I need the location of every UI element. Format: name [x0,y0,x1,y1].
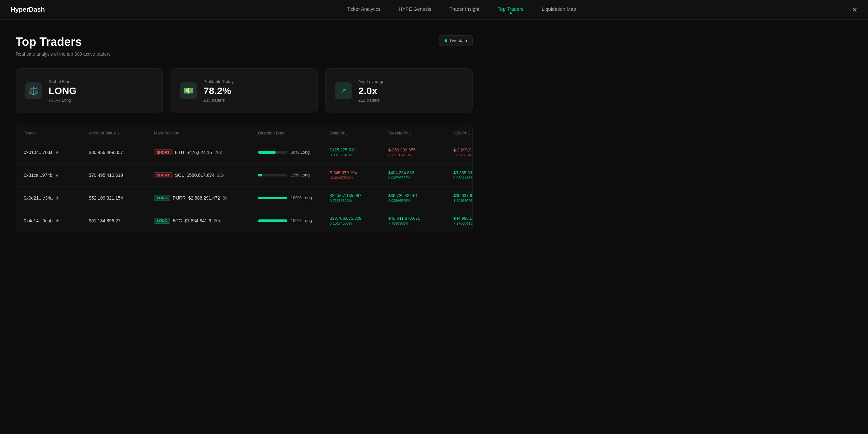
position-badge: LONG [154,218,170,224]
position-cell: LONG PURR $2,888,291.472 3x [154,195,258,201]
star-icon[interactable]: ★ [55,150,60,155]
bias-bar-fill [258,197,287,199]
daily-pnl-col: $-345,379.194 -0.00487543% [330,170,388,180]
th-weekly-pnl: Weekly PnL [388,130,453,135]
nav-top-traders[interactable]: Top Traders [498,6,523,13]
position-cell: SHORT ETH $476,624.15 20x [154,150,258,155]
th-direction-bias: Direction Bias [258,130,330,135]
position-token: SOL [175,173,184,178]
position-leverage: 3x [223,195,227,200]
th-30d-pnl: 30D PnL [453,130,472,135]
trader-addr-text: 0x4e14...0eab [24,218,53,223]
weekly-pnl-pct: 7.7596988% [388,221,453,225]
weekly-pnl-col: $36,726,424.61 2.00566549% [388,193,453,203]
bias-bar-bg [258,197,287,199]
table-row: 0x4e14...0eab ★ $51,184,896.27 LONG BTC … [16,209,472,232]
position-badge: LONG [154,195,170,201]
position-leverage: 20x [217,173,224,178]
money-icon: 💵 [180,82,197,99]
nav-hype-genesis[interactable]: HYPE Genesis [399,6,431,13]
daily-pnl-pct: 0.00155948% [330,153,388,157]
nav-liquidation-map[interactable]: Liquidation Map [541,6,576,13]
bias-bar-fill [258,174,262,177]
trader-addr-text: 0x0d21...e34a [24,195,53,200]
position-cell: SHORT SOL $580,617.674 20x [154,172,258,178]
30d-pnl-col: $30,037,993.89 1.20153073% [453,193,472,203]
30d-pnl-pct: 7.27068413% [453,221,472,225]
stat-label-profitable: Profitable Today [204,79,308,84]
bias-bar-fill [258,219,287,222]
direction-label: 100% Long [291,195,312,200]
stat-value-global-bias: LONG [49,85,153,96]
page-title-section: Top Traders Real-time analysis of the to… [16,35,111,57]
weekly-pnl-pct: 0.00576727% [388,176,453,180]
30d-pnl-col: $3,385,336.43 0.05044453% [453,170,472,180]
stat-label-global-bias: Global Bias [49,79,153,84]
x-icon[interactable]: ✕ [852,6,858,14]
nav-ticker-analytics[interactable]: Ticker Analytics [347,6,380,13]
th-daily-pnl: Daily PnL [330,130,388,135]
position-price: $476,624.15 [187,150,212,155]
direction-cell: 100% Long [258,218,330,223]
daily-pnl-col: $125,275.533 0.00155948% [330,148,388,157]
weekly-pnl: $404,234.882 [388,170,453,175]
page-header: Top Traders Real-time analysis of the to… [16,35,472,57]
direction-label: 100% Long [291,218,312,223]
table-header: Trader Account Value ↓ Main Position Dir… [16,125,472,141]
position-price: $1,854,841.6 [185,218,211,223]
stat-sub-leverage: 212 traders [358,98,463,102]
navbar: HyperDash Ticker Analytics HYPE Genesis … [0,0,868,20]
stat-value-profitable: 78.2% [204,85,308,96]
star-icon[interactable]: ★ [55,173,59,178]
bias-bar-bg [258,219,287,222]
position-leverage: 20x [215,150,222,155]
trader-address: 0x4e14...0eab ★ [24,218,89,223]
direction-cell: 13% Long [258,173,330,178]
th-main-position: Main Position [154,130,258,135]
nav-trader-insight[interactable]: Trader Insight [450,6,479,13]
nav-right: ✕ [852,6,858,14]
30d-pnl-pct: -0.02779142% [453,153,472,157]
stat-info-leverage: Avg Leverage 2.0x 212 traders [358,79,463,102]
live-data-label: Live data [450,38,467,43]
page-title: Top Traders [16,35,111,49]
bias-bar-bg [258,151,287,154]
bias-bar-bg [258,174,287,177]
weekly-pnl: $36,726,424.61 [388,193,453,198]
th-account-value[interactable]: Account Value ↓ [89,130,154,135]
daily-pnl: $-345,379.194 [330,170,388,175]
logo[interactable]: HyperDash [10,6,45,13]
position-leverage: 20x [214,218,221,223]
30d-pnl: $-2,299,916.01 [453,148,472,152]
position-token: BTC [173,218,182,223]
stat-card-profitable: 💵 Profitable Today 78.2% 233 traders [170,68,318,113]
weekly-pnl-pct: -0.00317463% [388,153,453,157]
weekly-pnl: $-256,232.655 [388,148,453,152]
page-content: Top Traders Real-time analysis of the to… [0,20,488,243]
daily-pnl: $38,706,071.309 [330,216,388,221]
table-row: 0x31ca...974b ★ $70,495,410.619 SHORT SO… [16,164,472,187]
trader-addr-text: 0x0104...703a [24,150,53,155]
weekly-pnl-col: $45,341,670.671 7.7596988% [388,216,453,225]
daily-pnl-pct: 3.10174006% [330,221,388,225]
weekly-pnl-pct: 2.00566549% [388,198,453,203]
trader-address: 0x0104...703a ★ [24,150,89,155]
stat-value-leverage: 2.0x [358,85,463,96]
30d-pnl-col: $-2,299,916.01 -0.02779142% [453,148,472,157]
star-icon[interactable]: ★ [55,218,60,223]
30d-pnl: $3,385,336.43 [453,170,472,175]
weekly-pnl-col: $-256,232.655 -0.00317463% [388,148,453,157]
weekly-pnl: $45,341,670.671 [388,216,453,221]
account-value: $52,109,321.154 [89,195,154,200]
star-icon[interactable]: ★ [55,195,60,200]
table-row: 0x0d21...e34a ★ $52,109,321.154 LONG PUR… [16,187,472,209]
trend-up-icon: ↗ [335,82,352,99]
stat-cards: ⚖️ Global Bias LONG 70.8% Long 💵 Profita… [16,68,472,113]
30d-pnl-pct: 1.20153073% [453,198,472,203]
30d-pnl-col: $44,996,182.555 7.27068413% [453,216,472,225]
position-badge: SHORT [154,150,173,155]
stat-label-leverage: Avg Leverage [358,79,463,84]
sort-icon: ↓ [117,130,119,135]
trader-address: 0x31ca...974b ★ [24,173,89,178]
stat-sub-profitable: 233 traders [204,98,308,102]
